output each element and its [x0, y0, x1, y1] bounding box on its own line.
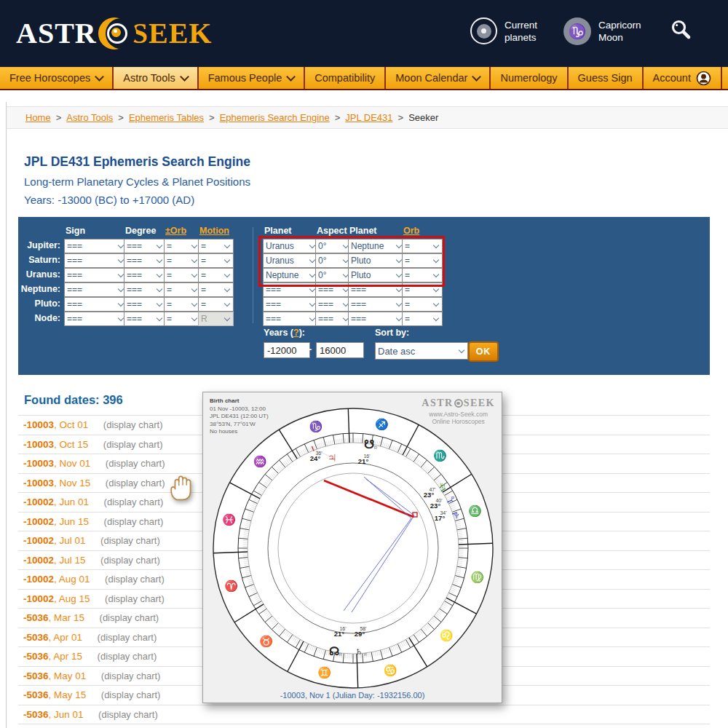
display-chart-link[interactable]: (display chart): [106, 458, 165, 469]
aspect-row-0-select-3[interactable]: =: [402, 239, 443, 253]
display-chart-link[interactable]: (display chart): [103, 439, 163, 450]
result-date-link[interactable]: -10002: [23, 593, 54, 604]
aspect-row-4-select-2[interactable]: ===: [348, 297, 405, 312]
aspect-row-1-select-3[interactable]: =: [402, 253, 443, 268]
result-date-link[interactable]: , Nov 15: [54, 478, 96, 488]
breadcrumb-link-jpl-de431[interactable]: JPL DE431: [345, 112, 392, 123]
display-chart-link[interactable]: (display chart): [104, 516, 164, 527]
search-icon[interactable]: [670, 18, 693, 41]
display-chart-link[interactable]: (display chart): [100, 535, 160, 546]
column-header-orb[interactable]: ±Orb: [165, 226, 186, 236]
result-date-link[interactable]: -5036: [23, 689, 49, 700]
uranus-select-3[interactable]: =: [198, 268, 234, 282]
breadcrumb-link-ephemeris-search-engine[interactable]: Ephemeris Search Engine: [220, 112, 330, 123]
result-date-link[interactable]: -10003: [23, 439, 54, 450]
result-date-link[interactable]: -5036: [23, 612, 49, 623]
result-date-link[interactable]: -10003: [23, 458, 54, 469]
result-date-link[interactable]: , Mar 15: [49, 612, 90, 623]
result-date-link[interactable]: -5036: [23, 709, 49, 720]
result-date-link[interactable]: , Jun 15: [54, 516, 95, 527]
display-chart-link[interactable]: (display chart): [105, 574, 165, 585]
aspect-row-1-select-1[interactable]: 0°: [315, 253, 352, 268]
display-chart-link[interactable]: (display chart): [98, 632, 157, 643]
node-select-1[interactable]: ===: [124, 312, 166, 326]
pluto-select-1[interactable]: ===: [124, 297, 166, 312]
aspect-row-3-select-0[interactable]: ===: [263, 282, 319, 297]
neptune-select-0[interactable]: ===: [64, 282, 127, 297]
result-date-link[interactable]: -10002: [23, 516, 54, 527]
nav-item-guess-sign[interactable]: Guess Sign: [569, 67, 644, 89]
nav-item-compatibility[interactable]: Compatibility: [305, 67, 386, 89]
aspect-row-4-select-3[interactable]: =: [402, 297, 443, 312]
nav-item-account[interactable]: Account: [644, 67, 722, 89]
display-chart-link[interactable]: (display chart): [104, 496, 164, 507]
result-date-link[interactable]: -10002: [23, 496, 54, 507]
result-date-link[interactable]: -10003: [23, 478, 54, 488]
moon-sign-widget[interactable]: ♑ Capricorn Moon: [563, 17, 641, 45]
nav-item-astro-tools[interactable]: Astro Tools: [114, 67, 198, 89]
neptune-select-3[interactable]: =: [198, 282, 234, 297]
nav-item-moon-calendar[interactable]: Moon Calendar: [386, 67, 491, 89]
nav-item-free-horoscopes[interactable]: Free Horoscopes: [0, 67, 114, 89]
aspect-row-3-select-2[interactable]: ===: [348, 282, 405, 297]
aspect-row-5-select-3[interactable]: =: [402, 312, 443, 326]
aspect-row-2-select-2[interactable]: Pluto: [348, 268, 405, 282]
aspect-row-1-select-2[interactable]: Pluto: [348, 253, 405, 268]
result-date-link[interactable]: , Apr 15: [49, 651, 88, 662]
aspect-row-0-select-1[interactable]: 0°: [315, 239, 352, 253]
years-help-link[interactable]: ?: [293, 328, 299, 338]
result-date-link[interactable]: -5036: [23, 651, 49, 662]
display-chart-link[interactable]: (display chart): [101, 670, 161, 681]
pluto-select-2[interactable]: =: [164, 297, 201, 312]
node-select-2[interactable]: =: [164, 312, 201, 326]
current-planets-widget[interactable]: Current planets: [470, 17, 537, 44]
jupiter-select-1[interactable]: ===: [124, 239, 166, 253]
year-from-input[interactable]: [264, 342, 310, 358]
display-chart-link[interactable]: (display chart): [106, 478, 165, 488]
display-chart-link[interactable]: (display chart): [98, 709, 158, 720]
jupiter-select-0[interactable]: ===: [64, 239, 127, 253]
result-date-link[interactable]: , Nov 01: [54, 458, 96, 469]
display-chart-link[interactable]: (display chart): [100, 612, 159, 623]
breadcrumb-link-astro-tools[interactable]: Astro Tools: [66, 112, 113, 123]
pluto-select-0[interactable]: ===: [64, 297, 127, 312]
display-chart-link[interactable]: (display chart): [103, 419, 163, 430]
result-date-link[interactable]: , Jun 01: [54, 496, 95, 507]
result-date-link[interactable]: , May 01: [49, 670, 92, 681]
aspect-row-5-select-1[interactable]: ===: [315, 312, 352, 326]
result-date-link[interactable]: , May 15: [49, 689, 92, 700]
display-chart-link[interactable]: (display chart): [101, 689, 161, 700]
aspect-row-2-select-3[interactable]: =: [402, 268, 443, 282]
aspect-row-0-select-2[interactable]: Neptune: [348, 239, 405, 253]
aspect-row-0-select-0[interactable]: Uranus: [263, 239, 319, 253]
aspect-row-5-select-2[interactable]: ===: [348, 312, 405, 326]
result-date-link[interactable]: -10002: [23, 535, 54, 546]
saturn-select-2[interactable]: =: [164, 253, 201, 268]
uranus-select-2[interactable]: =: [164, 268, 201, 282]
column-header-orb-3[interactable]: Orb: [403, 226, 419, 236]
saturn-select-0[interactable]: ===: [64, 253, 127, 268]
saturn-select-1[interactable]: ===: [124, 253, 166, 268]
result-date-link[interactable]: , Oct 15: [54, 439, 94, 450]
result-date-link[interactable]: -10002: [23, 574, 54, 585]
breadcrumb-link-ephemeris-tables[interactable]: Ephemeris Tables: [129, 112, 204, 123]
aspect-row-1-select-0[interactable]: Uranus: [263, 253, 319, 268]
aspect-row-2-select-1[interactable]: 0°: [315, 268, 352, 282]
result-date-link[interactable]: , Apr 01: [49, 632, 88, 643]
breadcrumb-link-home[interactable]: Home: [25, 112, 51, 123]
aspect-row-5-select-0[interactable]: ===: [263, 312, 319, 326]
result-date-link[interactable]: , Jun 01: [49, 709, 90, 720]
uranus-select-0[interactable]: ===: [64, 268, 127, 282]
result-date-link[interactable]: -5036: [23, 632, 49, 643]
neptune-select-2[interactable]: =: [164, 282, 201, 297]
year-to-input[interactable]: [316, 342, 364, 358]
saturn-select-3[interactable]: =: [198, 253, 234, 268]
display-chart-link[interactable]: (display chart): [98, 651, 157, 662]
ok-button[interactable]: OK: [468, 341, 499, 362]
result-date-link[interactable]: , Jul 01: [54, 535, 91, 546]
uranus-select-1[interactable]: ===: [124, 268, 166, 282]
column-header-motion[interactable]: Motion: [199, 226, 229, 236]
aspect-row-2-select-0[interactable]: Neptune: [263, 268, 319, 282]
result-date-link[interactable]: -5036: [23, 670, 49, 681]
astroseek-logo[interactable]: ASTR SEEK: [16, 16, 212, 50]
